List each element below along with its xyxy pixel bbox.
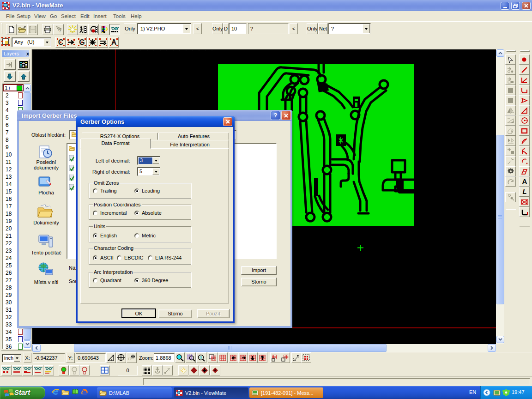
svg-text:L: L xyxy=(522,188,526,195)
svg-text:A: A xyxy=(522,178,527,185)
svg-text:?: ? xyxy=(59,28,61,33)
svg-text:C: C xyxy=(58,38,63,46)
svg-text:G: G xyxy=(79,38,85,46)
svg-text:A: A xyxy=(111,38,116,46)
